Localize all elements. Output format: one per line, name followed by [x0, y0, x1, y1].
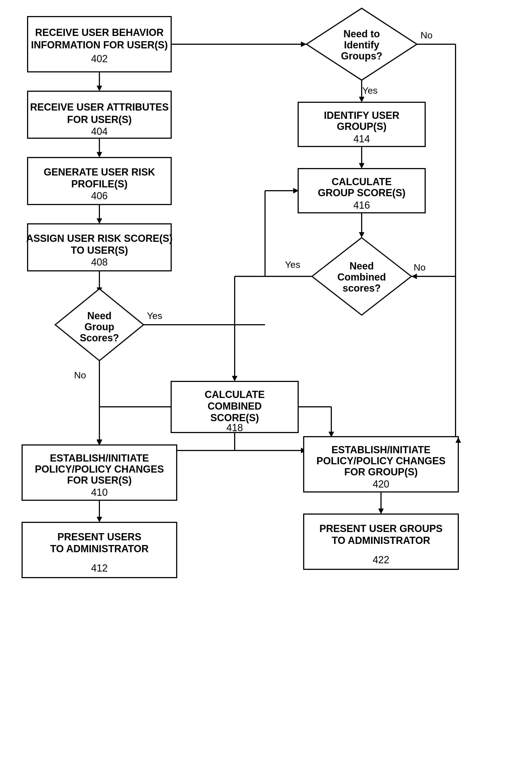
label-yes-d2: Yes [362, 85, 378, 96]
label-yes-d3: Yes [285, 259, 300, 270]
box-418-id: 418 [226, 422, 243, 433]
box-412-line2: TO ADMINISTRATOR [50, 543, 149, 554]
svg-marker-1 [97, 86, 102, 91]
flowchart-container: RECEIVE USER BEHAVIOR INFORMATION FOR US… [0, 0, 532, 765]
diamond-d2-line3: Groups? [341, 50, 383, 62]
diamond-d3-line2: Combined [337, 272, 386, 283]
box-416-id: 416 [353, 200, 370, 211]
diamond-d2-line2: Identify [344, 39, 379, 51]
svg-marker-5 [97, 218, 102, 224]
svg-marker-20 [411, 274, 417, 279]
svg-marker-39 [378, 508, 384, 514]
box-410-line1: ESTABLISH/INITIATE [50, 452, 149, 464]
diamond-d1-line1: Need [87, 310, 112, 322]
label-yes-d1: Yes [147, 311, 162, 321]
box-406-line1: GENERATE USER RISK [44, 166, 155, 178]
box-416-line2: GROUP SCORE(S) [318, 187, 405, 199]
diamond-d3-line3: scores? [343, 283, 381, 294]
svg-marker-3 [97, 152, 102, 158]
diamond-d1-line2: Group [85, 321, 114, 333]
box-410-line3: FOR USER(S) [67, 474, 132, 486]
diamond-d2-line1: Need to [344, 28, 380, 40]
box-418-line2: COMBINED [208, 400, 262, 412]
label-no-d3: No [413, 262, 425, 273]
box-402-id: 402 [91, 53, 108, 64]
box-410-id: 410 [91, 487, 108, 498]
box-414-id: 414 [353, 133, 370, 145]
box-420-line2: POLICY/POLICY CHANGES [316, 455, 445, 466]
box-410-line2: POLICY/POLICY CHANGES [35, 463, 164, 475]
box-402-line1: RECEIVE USER BEHAVIOR [35, 27, 163, 38]
box-420-line3: FOR GROUP(S) [344, 466, 418, 477]
box-404-line1: RECEIVE USER ATTRIBUTES [30, 101, 169, 113]
svg-marker-31 [97, 517, 102, 522]
box-412-id: 412 [91, 562, 108, 574]
diamond-d3-line1: Need [350, 260, 374, 272]
box-420-id: 420 [373, 478, 389, 490]
box-406-id: 406 [91, 190, 108, 202]
box-416-line1: CALCULATE [332, 176, 392, 187]
box-422-id: 422 [373, 554, 389, 565]
box-418-line1: CALCULATE [204, 389, 264, 400]
svg-marker-14 [359, 97, 365, 102]
box-420-line1: ESTABLISH/INITIATE [332, 444, 431, 455]
box-408-id: 408 [91, 257, 108, 268]
box-422-line2: TO ADMINISTRATOR [332, 535, 430, 546]
box-408-line2: TO USER(S) [71, 245, 128, 256]
box-402-line2: INFORMATION FOR USER(S) [31, 39, 167, 51]
box-404-id: 404 [91, 126, 108, 137]
svg-marker-18 [359, 232, 365, 238]
svg-marker-16 [359, 163, 365, 169]
box-422-line1: PRESENT USER GROUPS [319, 523, 442, 534]
box-404-line2: FOR USER(S) [67, 114, 132, 125]
label-no-d2: No [420, 30, 432, 40]
svg-marker-23 [232, 376, 237, 382]
box-414-line1: IDENTIFY USER [324, 110, 399, 121]
box-418-line3: SCORE(S) [210, 412, 259, 423]
diamond-d1-line3: Scores? [80, 332, 119, 344]
box-414-line2: GROUP(S) [337, 121, 387, 132]
box-406-line2: PROFILE(S) [71, 178, 128, 190]
label-no-d1: No [74, 370, 86, 380]
svg-marker-41 [301, 41, 306, 47]
box-412-line1: PRESENT USERS [57, 531, 141, 542]
box-408-line1: ASSIGN USER RISK SCORE(S) [26, 233, 172, 244]
